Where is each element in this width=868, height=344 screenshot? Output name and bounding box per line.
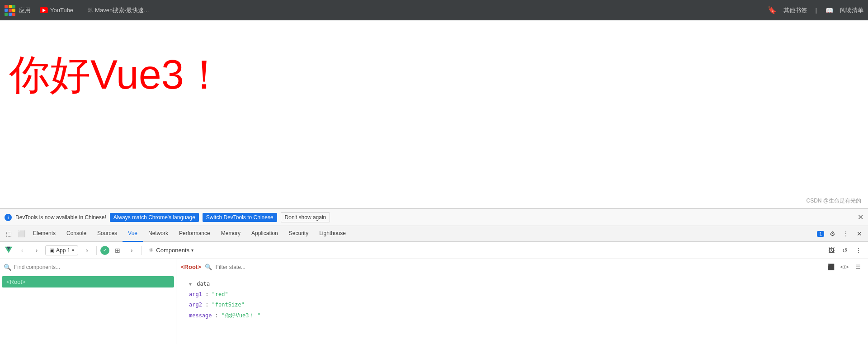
tab-application[interactable]: Application (246, 226, 283, 242)
data-section: ▼ data arg1 : "red" arg2 : "fontSize" me… (176, 275, 868, 325)
close-devtools-button[interactable]: ✕ (853, 227, 866, 240)
hello-vue-heading: 你好Vue3！ (9, 47, 225, 103)
settings-button[interactable]: ⚙ (826, 227, 839, 240)
prop-arg1: arg1 : "red" (182, 289, 863, 300)
tab-vue[interactable]: Vue (123, 226, 143, 242)
source-tab[interactable]: 源 Maven搜索-最快速... (82, 0, 154, 20)
tab-performance[interactable]: Performance (174, 226, 216, 242)
right-panel-header: <Root> 🔍 ⬛ </> ☰ (176, 259, 868, 275)
components-dropdown[interactable]: ⚛ Components ▾ (145, 245, 197, 255)
tab-security[interactable]: Security (283, 226, 314, 242)
filter-state-input[interactable] (216, 264, 822, 270)
tab-memory[interactable]: Memory (216, 226, 246, 242)
header-root-tag: <Root> (181, 264, 201, 270)
watermark: CSDN @生命是有光的 (806, 197, 861, 205)
app-select-chevron: ▾ (72, 248, 74, 253)
root-component-item[interactable]: <Root> (2, 276, 174, 287)
toolbar-separator-1 (96, 246, 97, 255)
tab-console[interactable]: Console (61, 226, 92, 242)
more-vue-button[interactable]: ⋮ (853, 245, 864, 256)
youtube-tab[interactable]: YouTube (34, 0, 79, 20)
collapse-triangle[interactable]: ▼ (189, 282, 192, 287)
app-select[interactable]: ▣ App 1 ▾ (45, 245, 78, 255)
toolbar-separator-2 (141, 246, 142, 255)
devtools-main: 🔍 <Root> <Root> 🔍 ⬛ </> ☰ ▼ (0, 259, 868, 344)
app-select-icon: ▣ (49, 247, 54, 254)
vue-arrow-button[interactable]: › (126, 245, 137, 256)
devtools-panel: i DevTools is now available in Chinese! … (0, 208, 868, 344)
dont-show-again-button[interactable]: Don't show again (281, 212, 330, 222)
tab-lighthouse[interactable]: Lighthouse (314, 226, 351, 242)
info-icon: i (5, 214, 12, 221)
components-chevron: ▾ (191, 248, 193, 253)
screenshot-rp-icon[interactable]: ⬛ (826, 262, 836, 273)
bookmarks-label[interactable]: 其他书签 (783, 6, 807, 14)
apps-label: 应用 (19, 6, 31, 14)
source-tab-label: Maven搜索-最快速... (95, 6, 149, 14)
right-panel: <Root> 🔍 ⬛ </> ☰ ▼ data arg1 : "red" (176, 259, 868, 344)
prop-arg2: arg2 : "fontSize" (182, 300, 863, 310)
reading-icon: 📖 (826, 7, 833, 14)
data-label: data (197, 281, 210, 287)
search-icon: 🔍 (4, 264, 11, 271)
vue-toolbar-right: 🖼 ↺ ⋮ (826, 245, 864, 256)
components-icon: ⚛ (149, 247, 154, 254)
prop-val-message: "你好Vue3！ " (222, 312, 261, 319)
notification-text: DevTools is now available in Chinese! (15, 214, 106, 221)
source-tab-icon: 源 (88, 7, 93, 14)
vue-toolbar: ‹ › ▣ App 1 ▾ › ✓ ⊞ › ⚛ Components ▾ 🖼 ↺… (0, 242, 868, 259)
youtube-tab-label: YouTube (50, 7, 73, 14)
colon-3: : (215, 312, 222, 319)
bar-left: 应用 YouTube 源 Maven搜索-最快速... (5, 0, 154, 20)
bookmark-icon: 🔖 (768, 6, 777, 14)
devtools-tab-right: 1 ⚙ ⋮ ✕ (817, 227, 866, 240)
vue-grid-button[interactable]: ⊞ (112, 245, 123, 256)
devtools-tab-bar: ⬚ ⬜ Elements Console Sources Vue Network… (0, 226, 868, 242)
prop-key-arg2: arg2 (189, 302, 202, 308)
prop-message: message : "你好Vue3！ " (182, 311, 863, 321)
app-select-label: App 1 (56, 247, 70, 254)
root-tag-selected: <Root> (6, 278, 26, 285)
screenshot-button[interactable]: 🖼 (826, 245, 837, 256)
inspect-element-button[interactable]: ⬚ (2, 227, 15, 240)
switch-to-chinese-button[interactable]: Switch DevTools to Chinese (203, 213, 277, 222)
code-icon[interactable]: </> (839, 262, 850, 273)
always-match-button[interactable]: Always match Chrome's language (110, 213, 199, 222)
tab-elements[interactable]: Elements (28, 226, 61, 242)
notification-close-button[interactable]: ✕ (858, 214, 863, 221)
device-toggle-button[interactable]: ⬜ (15, 227, 28, 240)
left-panel: 🔍 <Root> (0, 259, 176, 344)
data-header: ▼ data (182, 279, 863, 289)
badge-count: 1 (817, 231, 824, 237)
vue-active-dot[interactable]: ✓ (100, 246, 109, 255)
colon-2: : (205, 302, 212, 308)
prop-val-arg1: "red" (212, 291, 228, 297)
prop-key-arg1: arg1 (189, 291, 202, 297)
notification-bar: i DevTools is now available in Chinese! … (0, 209, 868, 226)
right-panel-icons: ⬛ </> ☰ (826, 262, 863, 273)
youtube-icon (40, 7, 48, 13)
bar-right: 🔖 其他书签 | 📖 阅读清单 (768, 6, 863, 14)
tab-network[interactable]: Network (143, 226, 174, 242)
main-content: 你好Vue3！ CSDN @生命是有光的 (0, 20, 868, 208)
forward-button[interactable]: › (31, 245, 42, 256)
search-input[interactable] (14, 264, 172, 270)
back-button[interactable]: ‹ (16, 245, 28, 256)
components-label: Components (156, 247, 189, 254)
reading-label[interactable]: 阅读清单 (840, 6, 863, 14)
colon-1: : (205, 291, 212, 297)
nav-chevron-right[interactable]: › (81, 245, 93, 256)
more-options-button[interactable]: ⋮ (840, 227, 852, 240)
prop-val-arg2: "fontSize" (212, 302, 245, 308)
refresh-button[interactable]: ↺ (839, 245, 851, 256)
browser-chrome-bar: 应用 YouTube 源 Maven搜索-最快速... 🔖 其他书签 | 📖 阅… (0, 0, 868, 20)
search-icon-right: 🔍 (205, 264, 212, 270)
vue-logo (4, 245, 14, 255)
list-icon[interactable]: ☰ (853, 262, 863, 273)
tab-sources[interactable]: Sources (92, 226, 123, 242)
component-search-bar: 🔍 (0, 259, 176, 275)
apps-icon[interactable] (5, 5, 15, 16)
prop-key-message: message (189, 312, 212, 319)
